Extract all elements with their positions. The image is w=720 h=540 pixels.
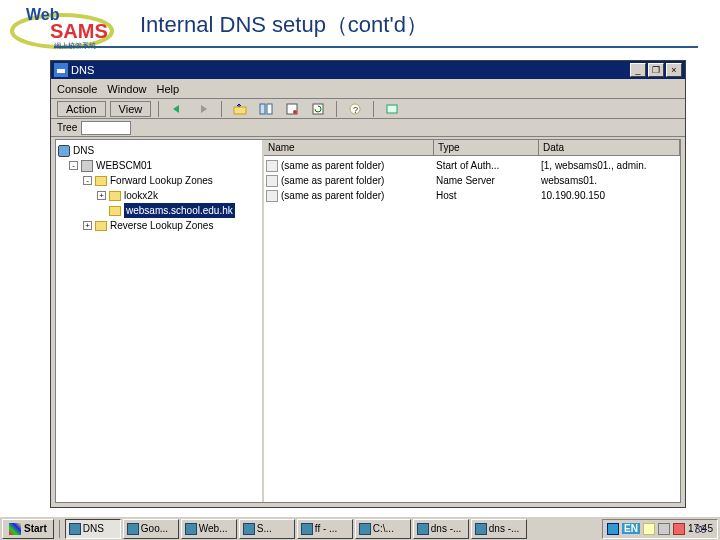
task-icon (475, 523, 487, 535)
tree-bar: Tree (51, 119, 685, 137)
column-headers[interactable]: Name Type Data (264, 140, 680, 156)
record-icon (266, 175, 278, 187)
record-row[interactable]: (same as parent folder)Start of Auth...[… (266, 158, 678, 173)
taskbar-task[interactable]: C:\... (355, 519, 411, 539)
col-name[interactable]: Name (264, 140, 434, 155)
tree-label: Tree (57, 122, 77, 133)
slide-header: Web SAMS 網上校管系統 Internal DNS setup（cont'… (0, 0, 720, 58)
taskbar-task[interactable]: dns -... (471, 519, 527, 539)
taskbar-task[interactable]: ff - ... (297, 519, 353, 539)
dns-root-icon (58, 145, 70, 157)
tree-rlz[interactable]: + Reverse Lookup Zones (58, 218, 260, 233)
minimize-button[interactable]: _ (630, 63, 646, 77)
taskbar-task[interactable]: DNS (65, 519, 121, 539)
restore-button[interactable]: ❐ (648, 63, 664, 77)
up-one-level-icon[interactable] (229, 100, 251, 118)
logo-sams: SAMS (50, 20, 108, 42)
svg-rect-5 (267, 104, 272, 114)
collapse-icon[interactable]: - (69, 161, 78, 170)
menu-console[interactable]: Console (57, 83, 97, 95)
help-icon[interactable]: ? (344, 100, 366, 118)
tree-server-label: WEBSCM01 (96, 158, 152, 173)
taskbar: Start DNSGoo...Web...S...ff - ...C:\...d… (0, 516, 720, 540)
menu-window[interactable]: Window (107, 83, 146, 95)
svg-rect-2 (57, 69, 65, 73)
titlebar[interactable]: DNS _ ❐ × (51, 61, 685, 79)
action-menu[interactable]: Action (57, 101, 106, 117)
tree-root-label: DNS (73, 143, 94, 158)
record-icon (266, 160, 278, 172)
tray-lang-label: EN (622, 523, 640, 534)
task-label: DNS (83, 523, 104, 534)
view-menu[interactable]: View (110, 101, 152, 117)
tree-root[interactable]: DNS (58, 143, 260, 158)
taskbar-task[interactable]: dns -... (413, 519, 469, 539)
refresh-icon[interactable] (307, 100, 329, 118)
record-row[interactable]: (same as parent folder)Name Serverwebsam… (266, 173, 678, 188)
tree-zone-selected-label: websams.school.edu.hk (124, 203, 235, 218)
record-type: Host (436, 188, 541, 203)
svg-point-7 (293, 110, 297, 114)
task-label: Goo... (141, 523, 168, 534)
col-type[interactable]: Type (434, 140, 539, 155)
record-type: Start of Auth... (436, 158, 541, 173)
tray-icon[interactable] (658, 523, 670, 535)
record-name: (same as parent folder) (281, 188, 384, 203)
window-title: DNS (71, 64, 94, 76)
scope-tree[interactable]: DNS - WEBSCM01 - Forward Lookup Zones + … (56, 140, 264, 502)
folder-icon (109, 191, 121, 201)
taskbar-task[interactable]: Web... (181, 519, 237, 539)
task-label: dns -... (489, 523, 520, 534)
folder-icon (109, 206, 121, 216)
record-name: (same as parent folder) (281, 158, 384, 173)
page-number: - 36 (689, 524, 706, 535)
windows-flag-icon (9, 523, 21, 535)
record-icon (266, 190, 278, 202)
tray-icon[interactable] (643, 523, 655, 535)
col-data[interactable]: Data (539, 140, 680, 155)
forward-button[interactable] (192, 100, 214, 118)
toolbar: Action View ? (51, 99, 685, 119)
record-row[interactable]: (same as parent folder)Host10.190.90.150 (266, 188, 678, 203)
start-button[interactable]: Start (2, 519, 54, 539)
svg-rect-4 (260, 104, 265, 114)
show-hide-tree-icon[interactable] (255, 100, 277, 118)
expand-icon[interactable]: + (83, 221, 92, 230)
task-label: ff - ... (315, 523, 338, 534)
dns-mmc-window: DNS _ ❐ × Console Window Help Action Vie… (50, 60, 686, 508)
record-data: [1, websams01., admin. (541, 158, 678, 173)
close-button[interactable]: × (666, 63, 682, 77)
tray-icon[interactable] (673, 523, 685, 535)
record-type: Name Server (436, 173, 541, 188)
tree-path-input[interactable] (81, 121, 131, 135)
taskbar-task[interactable]: Goo... (123, 519, 179, 539)
extra-tool-icon[interactable] (381, 100, 403, 118)
folder-icon (95, 176, 107, 186)
task-label: Web... (199, 523, 228, 534)
task-icon (417, 523, 429, 535)
task-icon (301, 523, 313, 535)
panes: DNS - WEBSCM01 - Forward Lookup Zones + … (55, 139, 681, 503)
tree-zone-0[interactable]: + lookx2k (58, 188, 260, 203)
properties-icon[interactable] (281, 100, 303, 118)
tree-flz[interactable]: - Forward Lookup Zones (58, 173, 260, 188)
record-data: websams01. (541, 173, 678, 188)
task-label: S... (257, 523, 272, 534)
task-label: dns -... (431, 523, 462, 534)
tree-zone-1[interactable]: websams.school.edu.hk (58, 203, 260, 218)
menu-help[interactable]: Help (156, 83, 179, 95)
back-button[interactable] (166, 100, 188, 118)
server-icon (81, 160, 93, 172)
slide-title: Internal DNS setup（cont'd） (140, 10, 720, 40)
start-label: Start (24, 523, 47, 534)
details-list[interactable]: Name Type Data (same as parent folder)St… (264, 140, 680, 502)
dns-app-icon (54, 63, 68, 77)
tree-server[interactable]: - WEBSCM01 (58, 158, 260, 173)
taskbar-task[interactable]: S... (239, 519, 295, 539)
expand-icon[interactable]: + (97, 191, 106, 200)
record-data: 10.190.90.150 (541, 188, 678, 203)
tray-lang-icon[interactable] (607, 523, 619, 535)
collapse-icon[interactable]: - (83, 176, 92, 185)
svg-text:?: ? (353, 105, 358, 115)
header-rule (54, 46, 698, 48)
